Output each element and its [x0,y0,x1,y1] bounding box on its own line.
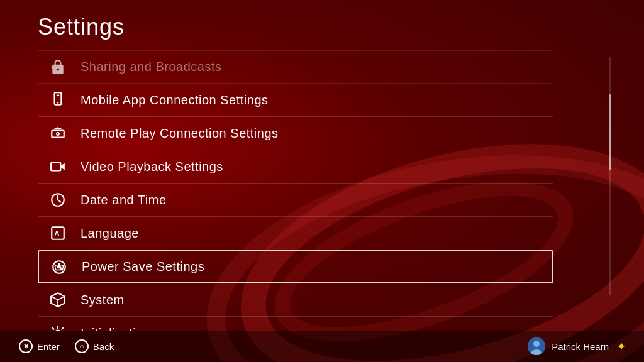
mobile-icon [48,90,68,110]
power-save-icon [49,257,69,277]
menu-item-system[interactable]: System [38,283,553,317]
user-name: Patrick Hearn [552,341,609,352]
bottom-bar: Enter Back Patrick Hearn ✦ [0,331,644,362]
bottom-left-controls: Enter Back [19,339,114,353]
svg-point-15 [60,266,62,268]
menu-item-sharing-label: Sharing and Broadcasts [80,60,221,74]
menu-item-initialization[interactable]: Initialization [38,317,553,331]
menu-item-date-time-label: Date and Time [80,193,167,207]
language-icon: A [48,223,68,243]
initialization-icon [48,323,68,331]
system-icon [48,290,68,310]
scrollbar[interactable] [609,57,611,295]
back-label: Back [93,341,114,352]
ps-plus-icon: ✦ [617,341,625,353]
remote-play-icon [48,123,68,143]
menu-item-mobile-app[interactable]: Mobile App Connection Settings [38,84,553,117]
svg-point-6 [57,133,59,135]
user-info: Patrick Hearn ✦ [528,337,625,355]
main-content: Settings Sharing and Broadcasts [0,0,644,362]
menu-item-power-save[interactable]: Power Save Settings [38,250,553,283]
menu-item-video-label: Video Playback Settings [80,160,223,174]
svg-point-20 [533,341,540,347]
avatar [528,337,545,355]
circle-button-icon [75,339,89,353]
menu-item-sharing[interactable]: Sharing and Broadcasts [38,50,553,84]
menu-item-language-label: Language [80,226,139,241]
clock-icon [48,190,68,210]
scrollbar-thumb [609,94,611,170]
menu-item-video-playback[interactable]: Video Playback Settings [38,150,553,184]
page-title: Settings [0,0,644,50]
svg-point-2 [57,102,59,104]
sharing-icon [48,57,68,77]
menu-item-power-save-label: Power Save Settings [82,260,204,274]
menu-item-date-time[interactable]: Date and Time [38,184,553,217]
enter-label: Enter [37,341,60,352]
menu-item-system-label: System [80,293,125,307]
cross-button-icon [19,339,33,353]
menu-list: Sharing and Broadcasts Mobile App Connec… [38,50,553,331]
menu-item-remote-play[interactable]: Remote Play Connection Settings [38,117,553,150]
menu-item-remote-play-label: Remote Play Connection Settings [80,126,279,141]
enter-button[interactable]: Enter [19,339,60,353]
settings-menu: Sharing and Broadcasts Mobile App Connec… [0,50,644,331]
svg-text:A: A [55,229,60,237]
svg-rect-3 [52,131,64,138]
video-icon [48,156,68,177]
menu-item-mobile-label: Mobile App Connection Settings [80,93,269,107]
menu-item-language[interactable]: A Language [38,217,553,250]
svg-rect-7 [51,163,60,171]
back-button[interactable]: Back [75,339,114,353]
menu-item-initialization-label: Initialization [80,326,151,331]
